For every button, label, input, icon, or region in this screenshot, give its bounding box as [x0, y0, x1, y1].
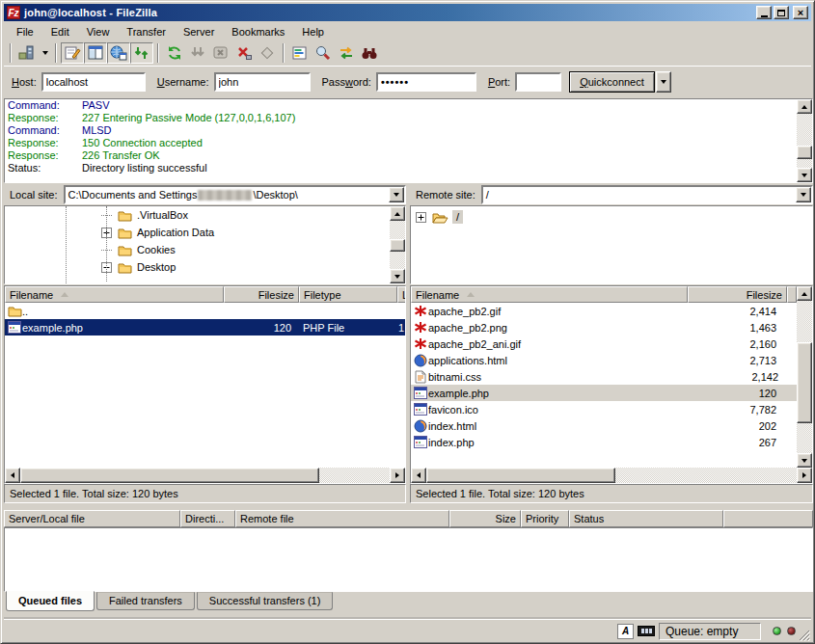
- directory-comparison-button[interactable]: [312, 42, 335, 64]
- minimize-icon: [761, 15, 768, 17]
- file-row[interactable]: favicon.ico 7,782: [411, 401, 797, 417]
- scroll-down-button[interactable]: [797, 168, 812, 182]
- scroll-left-button[interactable]: [411, 468, 426, 483]
- disconnect-button[interactable]: [232, 42, 256, 64]
- scroll-right-button[interactable]: [390, 468, 405, 483]
- column-header-filetype[interactable]: Filetype: [299, 286, 397, 303]
- remote-list-hscrollbar[interactable]: [411, 468, 812, 483]
- local-site-dropdown-button[interactable]: [389, 187, 404, 202]
- file-row-selected[interactable]: example.php 120: [411, 385, 797, 401]
- close-button[interactable]: ×: [793, 6, 808, 19]
- scroll-thumb[interactable]: [20, 468, 319, 483]
- local-site-combo[interactable]: C:\Documents and Settings\Desktop\: [64, 185, 406, 204]
- maximize-button[interactable]: [774, 6, 789, 19]
- transfer-type-icon[interactable]: A: [617, 624, 634, 639]
- folder-icon: [118, 261, 132, 274]
- speed-limits-icon[interactable]: [638, 626, 655, 636]
- resize-grip[interactable]: [798, 629, 810, 641]
- file-row[interactable]: index.html 202: [411, 417, 797, 434]
- toggle-local-tree-button[interactable]: [84, 42, 107, 64]
- host-input[interactable]: [41, 72, 146, 92]
- column-header-lastmodified[interactable]: L: [397, 286, 406, 303]
- tab-successful-transfers[interactable]: Successful transfers (1): [197, 592, 334, 610]
- scroll-thumb[interactable]: [426, 468, 615, 483]
- column-header-filler: [787, 286, 797, 303]
- scroll-left-button[interactable]: [5, 468, 20, 483]
- menu-transfer[interactable]: Transfer: [118, 24, 175, 40]
- menu-help[interactable]: Help: [293, 24, 333, 40]
- scroll-thumb[interactable]: [390, 239, 405, 252]
- quickconnect-dropdown-button[interactable]: [656, 71, 671, 93]
- scroll-up-button[interactable]: [797, 286, 812, 301]
- log-line: Response:150 Connection accepted: [5, 137, 812, 149]
- directory-listing-filters-button[interactable]: [288, 42, 312, 64]
- scroll-up-button[interactable]: [390, 206, 405, 221]
- remote-site-dropdown-button[interactable]: [796, 187, 811, 202]
- menu-edit[interactable]: Edit: [42, 24, 78, 40]
- process-queue-button-disabled[interactable]: [186, 42, 209, 64]
- remote-tree-root[interactable]: /: [452, 210, 463, 224]
- scroll-right-button[interactable]: [797, 468, 812, 483]
- remote-site-combo[interactable]: /: [481, 185, 813, 204]
- menu-server[interactable]: Server: [175, 24, 223, 40]
- column-header-size[interactable]: Size: [449, 510, 521, 527]
- expand-plus-icon[interactable]: [416, 212, 426, 223]
- find-files-button[interactable]: [358, 42, 381, 64]
- file-row[interactable]: apache_pb2.gif 2,414: [411, 303, 797, 319]
- column-header-filename[interactable]: Filename: [411, 286, 688, 303]
- quickconnect-bar: Host: Username: Password: Port: Quickcon…: [4, 66, 811, 97]
- refresh-button[interactable]: [163, 42, 186, 64]
- file-row[interactable]: applications.html 2,713: [411, 352, 797, 368]
- column-header-direction[interactable]: Directi...: [180, 510, 235, 527]
- synchronized-browsing-button[interactable]: [335, 42, 358, 64]
- column-header-priority[interactable]: Priority: [521, 510, 569, 527]
- folder-icon: [118, 209, 132, 222]
- file-row[interactable]: apache_pb2.png 1,463: [411, 319, 797, 335]
- scroll-down-button[interactable]: [797, 453, 812, 468]
- html-file-icon: [414, 354, 427, 367]
- password-input[interactable]: [376, 72, 476, 92]
- menubar: File Edit View Transfer Server Bookmarks…: [4, 22, 811, 40]
- local-site-label: Local site:: [4, 189, 64, 201]
- site-manager-dropdown-button[interactable]: [39, 42, 51, 64]
- quickconnect-button[interactable]: Quickconnect: [569, 71, 655, 93]
- column-header-remote-file[interactable]: Remote file: [235, 510, 449, 527]
- css-file-icon: [415, 370, 426, 384]
- scroll-thumb[interactable]: [797, 146, 812, 159]
- log-scrollbar[interactable]: [797, 99, 812, 182]
- local-list-hscrollbar[interactable]: [5, 468, 405, 483]
- file-row-example-php[interactable]: example.php 120 PHP File 1: [5, 319, 405, 335]
- scroll-up-button[interactable]: [797, 99, 812, 114]
- column-header-filename[interactable]: Filename: [5, 286, 224, 303]
- file-row-parent-dir[interactable]: ..: [5, 303, 405, 319]
- local-tree-scrollbar[interactable]: [390, 206, 405, 283]
- reconnect-button-disabled[interactable]: [256, 42, 279, 64]
- toggle-remote-tree-button[interactable]: [107, 42, 130, 64]
- toggle-message-log-button[interactable]: [61, 42, 84, 64]
- remote-file-list: Filename Filesize apache_pb2.gif 2,414 a…: [410, 285, 813, 484]
- file-row[interactable]: index.php 267: [411, 434, 797, 450]
- menu-file[interactable]: File: [8, 24, 42, 40]
- file-row[interactable]: apache_pb2_ani.gif 2,160: [411, 335, 797, 352]
- queue-body[interactable]: [4, 527, 813, 592]
- column-header-filesize[interactable]: Filesize: [224, 286, 299, 303]
- toggle-transfer-queue-button[interactable]: [130, 42, 153, 64]
- column-header-server-local-file[interactable]: Server/Local file: [4, 510, 180, 527]
- column-header-filesize[interactable]: Filesize: [688, 286, 787, 303]
- column-header-status[interactable]: Status: [569, 510, 723, 527]
- menu-bookmarks[interactable]: Bookmarks: [223, 24, 293, 40]
- scroll-down-button[interactable]: [390, 269, 405, 283]
- tab-failed-transfers[interactable]: Failed transfers: [96, 592, 195, 610]
- site-manager-button[interactable]: [15, 42, 39, 64]
- tab-queued-files[interactable]: Queued files: [6, 591, 95, 611]
- menu-view[interactable]: View: [78, 24, 119, 40]
- remote-list-vscrollbar[interactable]: [797, 286, 812, 468]
- username-input[interactable]: [214, 72, 311, 92]
- port-input[interactable]: [515, 72, 561, 92]
- minimize-button[interactable]: [756, 6, 772, 19]
- cancel-button-disabled[interactable]: [209, 42, 232, 64]
- chevron-down-icon: [801, 193, 806, 200]
- scroll-thumb[interactable]: [797, 342, 812, 423]
- file-row[interactable]: bitnami.css 2,142: [411, 368, 797, 385]
- local-site-row: Local site: C:\Documents and Settings\De…: [4, 185, 406, 204]
